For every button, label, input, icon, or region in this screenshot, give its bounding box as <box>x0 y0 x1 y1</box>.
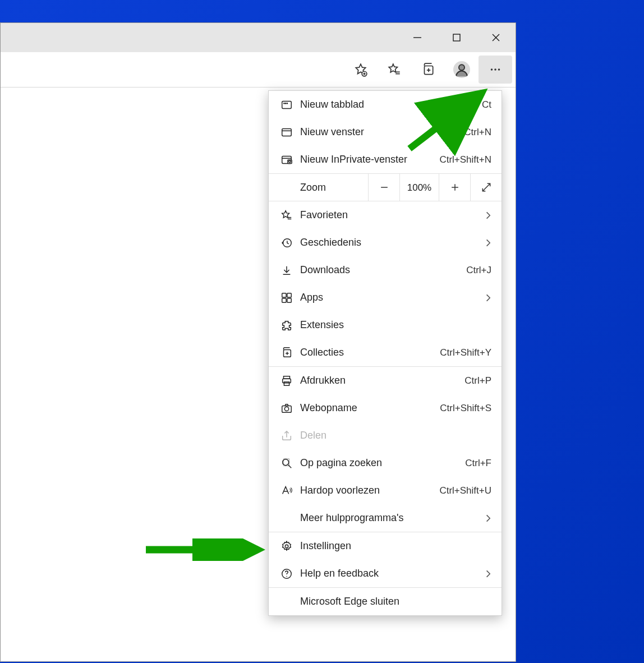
menu-label: Microsoft Edge sluiten <box>297 596 491 607</box>
menu-item-close-edge[interactable]: Microsoft Edge sluiten <box>269 588 502 615</box>
svg-point-15 <box>498 68 500 70</box>
svg-rect-1 <box>453 34 460 41</box>
search-icon <box>277 457 297 469</box>
collections-icon <box>277 347 297 359</box>
svg-rect-35 <box>282 298 286 302</box>
svg-rect-42 <box>284 381 289 385</box>
star-plus-icon <box>353 62 368 77</box>
fullscreen-icon <box>481 182 492 193</box>
menu-shortcut: Ctrl+P <box>464 375 491 386</box>
menu-label: Op pagina zoeken <box>297 457 465 469</box>
add-favorite-button[interactable] <box>344 56 378 84</box>
menu-shortcut: Ctrl+N <box>464 127 491 138</box>
menu-label: Favorieten <box>297 209 478 221</box>
menu-item-new-window[interactable]: Nieuw venster Ctrl+N <box>269 118 502 146</box>
plus-icon <box>449 182 461 193</box>
menu-label: Nieuw venster <box>297 126 464 138</box>
menu-item-new-tab[interactable]: Nieuw tabblad Ct <box>269 91 502 118</box>
svg-point-13 <box>491 68 493 70</box>
menu-label: Nieuw tabblad <box>297 99 482 110</box>
menu-shortcut: Ctrl+Shift+N <box>439 154 491 165</box>
menu-shortcut: Ctrl+J <box>466 265 491 276</box>
menu-item-more-tools[interactable]: Meer hulpprogramma's <box>269 504 502 532</box>
minus-icon <box>379 182 390 193</box>
menu-item-help[interactable]: Help en feedback <box>269 560 502 587</box>
close-button[interactable] <box>476 23 516 52</box>
zoom-label: Zoom <box>269 182 368 194</box>
minimize-icon <box>412 33 422 43</box>
menu-item-find[interactable]: Op pagina zoeken Ctrl+F <box>269 449 502 477</box>
fullscreen-button[interactable] <box>470 174 502 201</box>
menu-shortcut: Ct <box>482 99 491 110</box>
menu-item-read-aloud[interactable]: Hardop voorlezen Ctrl+Shift+U <box>269 477 502 504</box>
menu-item-extensions[interactable]: Extensies <box>269 311 502 339</box>
chevron-right-icon <box>478 293 491 302</box>
menu-label: Apps <box>297 292 478 303</box>
profile-button[interactable] <box>445 56 479 84</box>
chevron-right-icon <box>478 569 491 578</box>
menu-shortcut: Ctrl+Shift+U <box>439 485 491 496</box>
menu-shortcut: Ctrl+F <box>465 458 491 469</box>
apps-icon <box>277 292 297 304</box>
menu-shortcut: Ctrl+Shift+Y <box>440 347 491 358</box>
svg-point-50 <box>286 575 287 576</box>
profile-avatar-icon <box>453 61 470 78</box>
more-button[interactable] <box>479 56 512 84</box>
svg-rect-36 <box>287 298 291 302</box>
menu-item-web-capture[interactable]: Webopname Ctrl+Shift+S <box>269 394 502 422</box>
menu-item-history[interactable]: Geschiedenis <box>269 229 502 256</box>
more-icon <box>488 62 503 77</box>
menu-label: Extensies <box>297 319 491 331</box>
inprivate-icon <box>277 154 297 166</box>
collections-icon <box>421 62 435 77</box>
favorites-button[interactable] <box>378 56 411 84</box>
favorites-icon <box>387 62 402 77</box>
menu-item-zoom: Zoom 100% <box>269 174 502 201</box>
menu-label: Instellingen <box>297 540 491 552</box>
collections-button[interactable] <box>411 56 445 84</box>
svg-rect-33 <box>282 293 286 297</box>
menu-item-apps[interactable]: Apps <box>269 284 502 311</box>
read-aloud-icon <box>277 485 297 497</box>
main-menu: Nieuw tabblad Ct Nieuw venster Ctrl+N Ni… <box>268 90 502 616</box>
menu-label: Afdrukken <box>297 375 464 386</box>
camera-icon <box>277 402 297 415</box>
svg-rect-16 <box>282 101 292 108</box>
minimize-button[interactable] <box>398 23 437 52</box>
menu-label: Collecties <box>297 347 440 358</box>
history-icon <box>277 237 297 249</box>
titlebar <box>1 23 516 52</box>
maximize-icon <box>452 33 461 42</box>
zoom-in-button[interactable] <box>439 174 470 201</box>
download-icon <box>277 264 297 277</box>
extensions-icon <box>277 319 297 332</box>
svg-point-14 <box>494 68 496 70</box>
chevron-right-icon <box>478 211 491 220</box>
svg-point-18 <box>286 103 286 103</box>
menu-item-favorites[interactable]: Favorieten <box>269 201 502 229</box>
toolbar <box>1 52 516 88</box>
menu-item-collections[interactable]: Collecties Ctrl+Shift+Y <box>269 339 502 366</box>
menu-label: Nieuw InPrivate-venster <box>297 154 439 165</box>
svg-point-48 <box>285 545 288 548</box>
menu-item-print[interactable]: Afdrukken Ctrl+P <box>269 367 502 394</box>
svg-point-19 <box>287 103 287 103</box>
star-icon <box>277 209 297 222</box>
zoom-out-button[interactable] <box>368 174 399 201</box>
menu-label: Help en feedback <box>297 568 478 579</box>
maximize-button[interactable] <box>437 23 476 52</box>
menu-item-new-inprivate[interactable]: Nieuw InPrivate-venster Ctrl+Shift+N <box>269 146 502 173</box>
menu-item-downloads[interactable]: Downloads Ctrl+J <box>269 256 502 284</box>
menu-item-share: Delen <box>269 422 502 449</box>
close-icon <box>491 33 501 43</box>
svg-point-12 <box>459 65 464 70</box>
menu-item-settings[interactable]: Instellingen <box>269 532 502 560</box>
menu-label: Webopname <box>297 402 440 414</box>
menu-label: Geschiedenis <box>297 237 478 248</box>
svg-point-17 <box>284 103 284 103</box>
share-icon <box>277 430 297 442</box>
chevron-right-icon <box>478 514 491 523</box>
new-tab-icon <box>277 99 297 111</box>
new-window-icon <box>277 126 297 139</box>
menu-label: Hardop voorlezen <box>297 485 439 496</box>
